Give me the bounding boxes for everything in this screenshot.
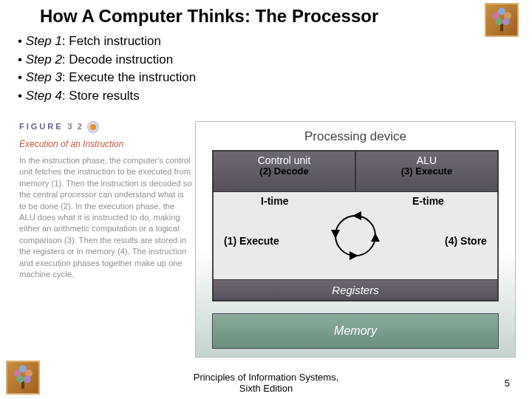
step-text: : Decode instruction <box>62 52 173 66</box>
execute-label: (1) Execute <box>224 235 279 247</box>
itime-label: I-time <box>261 195 288 207</box>
figure-body: In the instruction phase, the computer's… <box>19 155 192 281</box>
logo-icon-top <box>485 3 519 37</box>
step-text: : Store results <box>62 89 140 103</box>
page-number: 5 <box>505 378 510 389</box>
registers-box: Registers <box>213 279 498 301</box>
figure-badge: FIGURE 3 2 <box>19 121 192 132</box>
memory-box: Memory <box>212 313 499 349</box>
figure-number: 3 2 <box>68 121 83 132</box>
step-label: Step 4 <box>26 89 62 103</box>
step-item: Step 2: Decode instruction <box>18 51 532 69</box>
step-label: Step 3 <box>26 70 62 84</box>
step-label: Step 1 <box>26 34 62 48</box>
alu-label: ALU <box>356 154 497 166</box>
step-text: : Fetch instruction <box>62 34 161 48</box>
step-text: : Execute the instruction <box>62 70 196 84</box>
figure-subtitle: Execution of an Instruction <box>19 138 192 151</box>
footer-line-2: Sixth Edition <box>0 383 532 395</box>
decode-label: (2) Decode <box>214 166 355 177</box>
processor-box: Control unit (2) Decode ALU (3) Execute … <box>212 150 499 301</box>
etime-label: E-time <box>412 195 444 207</box>
step-label: Step 2 <box>26 52 62 66</box>
diagram-title: Processing device <box>206 129 505 144</box>
figure-caption: FIGURE 3 2 Execution of an Instruction I… <box>19 121 192 358</box>
alu-box: ALU (3) Execute <box>355 151 498 192</box>
step-item: Step 4: Store results <box>18 87 532 106</box>
execute-step-label: (3) Execute <box>356 166 497 177</box>
step-list: Step 1: Fetch instruction Step 2: Decode… <box>0 31 532 110</box>
step-item: Step 3: Execute the instruction <box>18 69 532 87</box>
figure-word: FIGURE <box>19 121 64 132</box>
footer: Principles of Information Systems, Sixth… <box>0 372 532 395</box>
cycle-area: I-time E-time (1) Execute (4) Store <box>213 192 498 279</box>
control-unit-label: Control unit <box>214 154 355 166</box>
cycle-arrows-icon <box>330 210 381 262</box>
store-label: (4) Store <box>445 235 487 247</box>
diagram-panel: Processing device Control unit (2) Decod… <box>195 121 516 358</box>
control-unit-box: Control unit (2) Decode <box>213 151 355 192</box>
step-item: Step 1: Fetch instruction <box>18 33 532 51</box>
slide-title: How A Computer Thinks: The Processor <box>0 0 532 31</box>
footer-line-1: Principles of Information Systems, <box>0 372 532 383</box>
bullet-dot-icon <box>88 122 98 132</box>
